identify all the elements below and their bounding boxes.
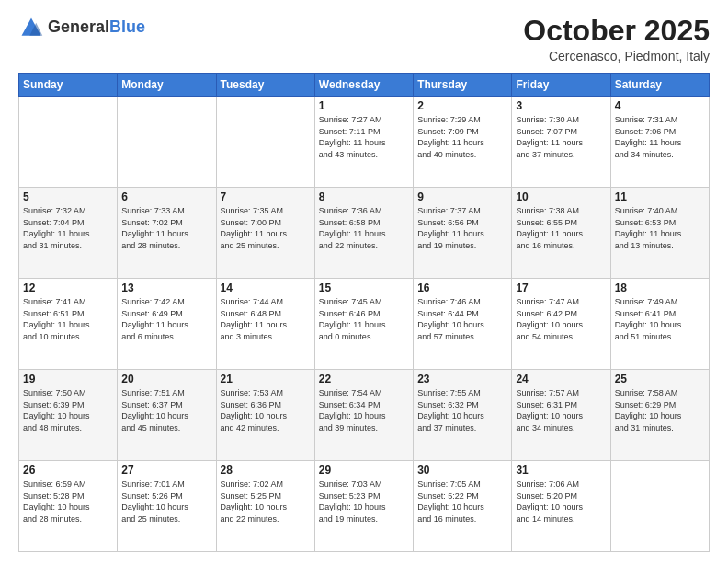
calendar-cell: 15Sunrise: 7:45 AM Sunset: 6:46 PM Dayli… — [314, 279, 413, 370]
day-number: 5 — [23, 190, 113, 203]
logo-blue: Blue — [109, 18, 145, 37]
day-number: 26 — [23, 464, 113, 477]
weekday-header-row: SundayMondayTuesdayWednesdayThursdayFrid… — [19, 74, 710, 97]
calendar-cell: 10Sunrise: 7:38 AM Sunset: 6:55 PM Dayli… — [512, 188, 610, 279]
day-number: 23 — [417, 373, 507, 385]
calendar-week-4: 19Sunrise: 7:50 AM Sunset: 6:39 PM Dayli… — [19, 370, 710, 461]
calendar-cell: 19Sunrise: 7:50 AM Sunset: 6:39 PM Dayli… — [19, 370, 118, 461]
calendar-cell: 3Sunrise: 7:30 AM Sunset: 7:07 PM Daylig… — [512, 97, 610, 188]
day-info: Sunrise: 7:38 AM Sunset: 6:55 PM Dayligh… — [516, 205, 606, 251]
day-number: 7 — [221, 190, 311, 203]
day-number: 21 — [221, 373, 311, 385]
calendar-cell: 26Sunrise: 6:59 AM Sunset: 5:28 PM Dayli… — [19, 461, 118, 552]
calendar-cell: 16Sunrise: 7:46 AM Sunset: 6:44 PM Dayli… — [414, 279, 512, 370]
weekday-header-friday: Friday — [512, 74, 610, 97]
day-number: 19 — [23, 373, 113, 385]
day-number: 9 — [417, 190, 507, 203]
day-number: 2 — [417, 99, 507, 112]
day-number: 3 — [516, 99, 606, 112]
weekday-header-tuesday: Tuesday — [216, 74, 314, 97]
day-info: Sunrise: 7:54 AM Sunset: 6:34 PM Dayligh… — [319, 387, 409, 433]
header: GeneralBlue October 2025 Cercenasco, Pie… — [18, 15, 710, 63]
day-number: 25 — [615, 373, 705, 385]
day-number: 29 — [319, 464, 409, 477]
calendar-table: SundayMondayTuesdayWednesdayThursdayFrid… — [18, 73, 710, 552]
weekday-header-thursday: Thursday — [414, 74, 512, 97]
day-info: Sunrise: 7:02 AM Sunset: 5:25 PM Dayligh… — [221, 478, 311, 524]
calendar-cell: 22Sunrise: 7:54 AM Sunset: 6:34 PM Dayli… — [314, 370, 413, 461]
day-info: Sunrise: 6:59 AM Sunset: 5:28 PM Dayligh… — [23, 478, 113, 524]
day-info: Sunrise: 7:47 AM Sunset: 6:42 PM Dayligh… — [516, 296, 606, 342]
day-number: 17 — [516, 282, 606, 294]
title-block: October 2025 Cercenasco, Piedmont, Italy — [523, 15, 710, 63]
day-number: 10 — [516, 190, 606, 203]
day-info: Sunrise: 7:06 AM Sunset: 5:20 PM Dayligh… — [516, 478, 606, 524]
day-info: Sunrise: 7:41 AM Sunset: 6:51 PM Dayligh… — [23, 296, 113, 342]
calendar-week-3: 12Sunrise: 7:41 AM Sunset: 6:51 PM Dayli… — [19, 279, 710, 370]
day-info: Sunrise: 7:27 AM Sunset: 7:11 PM Dayligh… — [319, 114, 409, 160]
day-number: 15 — [319, 282, 409, 294]
calendar-cell: 1Sunrise: 7:27 AM Sunset: 7:11 PM Daylig… — [314, 97, 413, 188]
day-number: 28 — [221, 464, 311, 477]
calendar-cell: 4Sunrise: 7:31 AM Sunset: 7:06 PM Daylig… — [610, 97, 709, 188]
day-info: Sunrise: 7:36 AM Sunset: 6:58 PM Dayligh… — [319, 205, 409, 251]
day-info: Sunrise: 7:50 AM Sunset: 6:39 PM Dayligh… — [23, 387, 113, 433]
day-info: Sunrise: 7:33 AM Sunset: 7:02 PM Dayligh… — [121, 205, 211, 251]
calendar-cell: 24Sunrise: 7:57 AM Sunset: 6:31 PM Dayli… — [512, 370, 610, 461]
day-number: 8 — [319, 190, 409, 203]
day-number: 13 — [121, 282, 211, 294]
day-number: 20 — [121, 373, 211, 385]
weekday-header-saturday: Saturday — [610, 74, 709, 97]
day-info: Sunrise: 7:49 AM Sunset: 6:41 PM Dayligh… — [615, 296, 705, 342]
day-number: 11 — [615, 190, 705, 203]
day-info: Sunrise: 7:57 AM Sunset: 6:31 PM Dayligh… — [516, 387, 606, 433]
day-info: Sunrise: 7:44 AM Sunset: 6:48 PM Dayligh… — [221, 296, 311, 342]
calendar-cell — [118, 97, 216, 188]
calendar-cell — [610, 461, 709, 552]
day-number: 31 — [516, 464, 606, 477]
day-info: Sunrise: 7:05 AM Sunset: 5:22 PM Dayligh… — [417, 478, 507, 524]
calendar-cell: 13Sunrise: 7:42 AM Sunset: 6:49 PM Dayli… — [118, 279, 216, 370]
calendar-cell: 21Sunrise: 7:53 AM Sunset: 6:36 PM Dayli… — [216, 370, 314, 461]
calendar-week-2: 5Sunrise: 7:32 AM Sunset: 7:04 PM Daylig… — [19, 188, 710, 279]
calendar-cell: 7Sunrise: 7:35 AM Sunset: 7:00 PM Daylig… — [216, 188, 314, 279]
calendar-cell: 14Sunrise: 7:44 AM Sunset: 6:48 PM Dayli… — [216, 279, 314, 370]
day-info: Sunrise: 7:35 AM Sunset: 7:00 PM Dayligh… — [221, 205, 311, 251]
day-info: Sunrise: 7:46 AM Sunset: 6:44 PM Dayligh… — [417, 296, 507, 342]
day-number: 30 — [417, 464, 507, 477]
day-number: 12 — [23, 282, 113, 294]
day-number: 14 — [221, 282, 311, 294]
calendar-cell: 11Sunrise: 7:40 AM Sunset: 6:53 PM Dayli… — [610, 188, 709, 279]
day-number: 1 — [319, 99, 409, 112]
day-info: Sunrise: 7:40 AM Sunset: 6:53 PM Dayligh… — [615, 205, 705, 251]
day-info: Sunrise: 7:01 AM Sunset: 5:26 PM Dayligh… — [121, 478, 211, 524]
month-title: October 2025 — [523, 15, 710, 47]
calendar-cell: 2Sunrise: 7:29 AM Sunset: 7:09 PM Daylig… — [414, 97, 512, 188]
day-number: 4 — [615, 99, 705, 112]
calendar-cell: 9Sunrise: 7:37 AM Sunset: 6:56 PM Daylig… — [414, 188, 512, 279]
day-info: Sunrise: 7:29 AM Sunset: 7:09 PM Dayligh… — [417, 114, 507, 160]
location: Cercenasco, Piedmont, Italy — [523, 49, 710, 63]
day-info: Sunrise: 7:31 AM Sunset: 7:06 PM Dayligh… — [615, 114, 705, 160]
day-info: Sunrise: 7:03 AM Sunset: 5:23 PM Dayligh… — [319, 478, 409, 524]
day-number: 24 — [516, 373, 606, 385]
calendar-week-5: 26Sunrise: 6:59 AM Sunset: 5:28 PM Dayli… — [19, 461, 710, 552]
day-number: 16 — [417, 282, 507, 294]
day-info: Sunrise: 7:32 AM Sunset: 7:04 PM Dayligh… — [23, 205, 113, 251]
logo-general: General — [48, 18, 109, 37]
weekday-header-monday: Monday — [118, 74, 216, 97]
day-info: Sunrise: 7:51 AM Sunset: 6:37 PM Dayligh… — [121, 387, 211, 433]
day-info: Sunrise: 7:55 AM Sunset: 6:32 PM Dayligh… — [417, 387, 507, 433]
calendar-cell: 17Sunrise: 7:47 AM Sunset: 6:42 PM Dayli… — [512, 279, 610, 370]
day-number: 22 — [319, 373, 409, 385]
calendar-cell: 28Sunrise: 7:02 AM Sunset: 5:25 PM Dayli… — [216, 461, 314, 552]
calendar-cell: 25Sunrise: 7:58 AM Sunset: 6:29 PM Dayli… — [610, 370, 709, 461]
calendar-cell: 6Sunrise: 7:33 AM Sunset: 7:02 PM Daylig… — [118, 188, 216, 279]
calendar-cell: 12Sunrise: 7:41 AM Sunset: 6:51 PM Dayli… — [19, 279, 118, 370]
calendar-week-1: 1Sunrise: 7:27 AM Sunset: 7:11 PM Daylig… — [19, 97, 710, 188]
calendar-cell: 27Sunrise: 7:01 AM Sunset: 5:26 PM Dayli… — [118, 461, 216, 552]
day-info: Sunrise: 7:53 AM Sunset: 6:36 PM Dayligh… — [221, 387, 311, 433]
day-info: Sunrise: 7:58 AM Sunset: 6:29 PM Dayligh… — [615, 387, 705, 433]
calendar-cell: 30Sunrise: 7:05 AM Sunset: 5:22 PM Dayli… — [414, 461, 512, 552]
day-info: Sunrise: 7:45 AM Sunset: 6:46 PM Dayligh… — [319, 296, 409, 342]
